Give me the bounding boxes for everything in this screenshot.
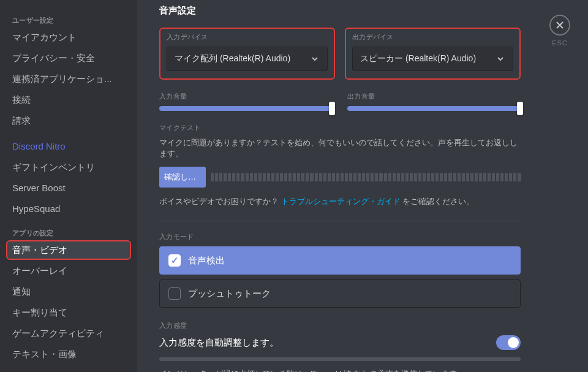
input-volume-slider[interactable] (159, 106, 333, 111)
sidebar-item-notifications[interactable]: 通知 (6, 282, 131, 302)
help-line: ボイスやビデオでお困りですか？ トラブルシューティング・ガイド をご確認ください… (159, 196, 521, 207)
sensitivity-header: 入力感度 (159, 321, 521, 330)
input-mode-section: 入力モード ✓ 音声検出 プッシュトゥトーク (159, 232, 521, 308)
close-column: ESC (549, 15, 571, 47)
divider (159, 221, 521, 221)
sidebar-item-billing[interactable]: 請求 (6, 111, 131, 131)
checkbox-unchecked (168, 287, 181, 300)
sidebar-item-privacy[interactable]: プライバシー・安全 (6, 48, 131, 68)
sidebar-item-theme[interactable]: テーマ (6, 365, 131, 372)
input-device-label: 入力デバイス (167, 32, 328, 42)
sidebar-section-app: アプリの設定 (6, 226, 131, 240)
mic-test-button[interactable]: 確認しまし... (159, 167, 206, 188)
sidebar-item-keybinds[interactable]: キー割り当て (6, 303, 131, 322)
input-mode-opt2-label: プッシュトゥトーク (188, 288, 271, 300)
sidebar-item-game-activity[interactable]: ゲームアクティビティ (6, 324, 131, 343)
output-device-value: スピーカー (Realtek(R) Audio) (360, 53, 476, 64)
settings-sidebar: ユーザー設定 マイアカウント プライバシー・安全 連携済アプリケーショ... 接… (0, 0, 137, 372)
auto-sensitivity-toggle[interactable] (496, 335, 521, 350)
output-device-label: 出力デバイス (352, 32, 513, 42)
page-title: 音声設定 (159, 5, 568, 17)
output-volume-block: 出力音量 (347, 92, 521, 111)
input-device-block: 入力デバイス マイク配列 (Realtek(R) Audio) (159, 28, 335, 80)
sidebar-item-voice-video[interactable]: 音声・ビデオ (6, 240, 131, 260)
mic-test-header: マイクテスト (159, 123, 521, 132)
chevron-down-icon (310, 54, 320, 64)
close-button[interactable] (549, 15, 570, 36)
sidebar-item-overlay[interactable]: オーバーレイ (6, 261, 131, 281)
input-mode-header: 入力モード (159, 232, 521, 241)
sensitivity-hint: インジケーターが緑に点灯している時は、Discordがあなたの美声を送信していま… (159, 368, 521, 372)
input-device-value: マイク配列 (Realtek(R) Audio) (175, 53, 290, 64)
sidebar-item-connections[interactable]: 接続 (6, 90, 131, 110)
slider-thumb[interactable] (329, 102, 335, 115)
input-mode-opt1-label: 音声検出 (188, 255, 225, 267)
sidebar-item-gift-inventory[interactable]: ギフトインベントリ (6, 158, 131, 177)
output-volume-label: 出力音量 (347, 92, 521, 101)
toggle-thumb (508, 337, 519, 348)
sidebar-item-nitro[interactable]: Discord Nitro (6, 137, 131, 156)
input-volume-label: 入力音量 (159, 92, 333, 101)
output-device-select[interactable]: スピーカー (Realtek(R) Audio) (352, 47, 513, 71)
sidebar-item-server-boost[interactable]: Server Boost (6, 178, 131, 198)
close-icon (556, 21, 564, 29)
input-mode-voice-activity[interactable]: ✓ 音声検出 (159, 246, 521, 275)
input-volume-block: 入力音量 (159, 92, 333, 111)
sensitivity-label: 入力感度を自動調整します。 (159, 337, 279, 349)
output-device-block: 出力デバイス スピーカー (Realtek(R) Audio) (345, 28, 521, 80)
troubleshooting-link[interactable]: トラブルシューティング・ガイド (281, 197, 401, 206)
help-prefix: ボイスやビデオでお困りですか？ (159, 197, 281, 206)
checkmark-icon: ✓ (171, 255, 179, 266)
help-suffix: をご確認ください。 (401, 197, 475, 206)
input-mode-push-to-talk[interactable]: プッシュトゥトーク (159, 279, 521, 308)
input-device-select[interactable]: マイク配列 (Realtek(R) Audio) (167, 47, 328, 71)
sensitivity-meter (159, 357, 521, 361)
sidebar-item-text-images[interactable]: テキスト・画像 (6, 344, 131, 364)
sidebar-item-my-account[interactable]: マイアカウント (6, 28, 131, 47)
chevron-down-icon (496, 54, 505, 64)
slider-thumb[interactable] (517, 102, 523, 115)
sidebar-item-authorized-apps[interactable]: 連携済アプリケーショ... (6, 69, 131, 89)
mic-test-section: マイクテスト マイクに問題がありますか？テストを始め、何でもいいので話してくださ… (159, 123, 521, 207)
mic-test-desc: マイクに問題がありますか？テストを始め、何でもいいので話してください。声を再生し… (159, 137, 521, 159)
sensitivity-section: 入力感度 入力感度を自動調整します。 インジケーターが緑に点灯している時は、Di… (159, 321, 521, 372)
mic-level-bars (211, 173, 521, 181)
sidebar-item-hypesquad[interactable]: HypeSquad (6, 199, 131, 219)
output-volume-slider[interactable] (347, 106, 521, 111)
checkbox-checked: ✓ (168, 254, 181, 267)
content-pane: ESC 音声設定 入力デバイス マイク配列 (Realtek(R) Audio)… (137, 0, 588, 372)
sidebar-section-user: ユーザー設定 (6, 13, 131, 28)
esc-label: ESC (549, 39, 571, 47)
